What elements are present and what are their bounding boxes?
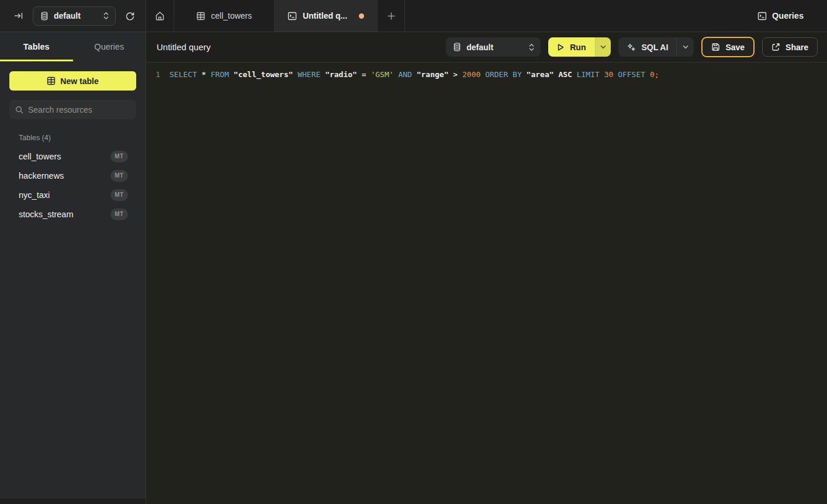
search-icon [15,106,23,114]
updown-chevron-icon [528,43,535,51]
sql-ai-button-label: SQL AI [641,43,668,52]
sidebar: default Tables Queries [0,0,146,504]
query-console-icon [757,12,767,20]
new-table-button[interactable]: New table [9,71,136,91]
code-line-content: SELECT * FROM "cell_towers" WHERE "radio… [160,69,659,81]
share-icon [771,43,780,51]
sidebar-tab-queries-label: Queries [94,42,124,51]
collapse-sidebar-icon [14,11,23,20]
save-button-label: Save [725,43,745,52]
chevron-down-icon [683,45,688,49]
table-icon [196,12,205,20]
new-table-label: New table [60,77,98,86]
line-number: 1 [146,69,160,81]
table-list-item-cell-towers[interactable]: cell_towers MT [9,147,136,166]
run-button-group: Run [548,37,611,57]
sql-ai-options-button[interactable] [676,37,694,57]
query-console-icon [288,12,297,20]
table-type-badge: MT [110,189,128,201]
sidebar-bottom-bar [0,498,146,504]
updown-chevron-icon [103,12,109,20]
home-icon [155,11,165,21]
unsaved-changes-dot [359,13,364,19]
sidebar-tabs: Tables Queries [0,32,146,61]
sparkles-icon [627,43,636,52]
sidebar-tab-tables[interactable]: Tables [0,32,73,61]
toolbar-database-value: default [466,43,523,52]
table-type-badge: MT [110,208,128,220]
share-button-label: Share [786,43,808,52]
table-name: cell_towers [19,152,61,161]
table-list-item-stocks-stream[interactable]: stocks_stream MT [9,204,136,224]
code-line: 1 SELECT * FROM "cell_towers" WHERE "rad… [146,69,827,81]
sql-editor[interactable]: 1 SELECT * FROM "cell_towers" WHERE "rad… [146,62,827,504]
new-tab-button[interactable] [378,0,405,32]
table-list-item-nyc-taxi[interactable]: nyc_taxi MT [9,185,136,204]
run-options-button[interactable] [595,37,611,57]
run-button[interactable]: Run [548,37,595,57]
sidebar-body: New table Tables (4) cell_towers MT hack… [0,61,146,498]
sidebar-database-selector[interactable]: default [33,6,116,26]
sidebar-header: default [0,0,146,32]
table-type-badge: MT [110,170,128,182]
sidebar-tab-tables-label: Tables [23,42,50,51]
chevron-down-icon [600,45,606,49]
sidebar-database-value: default [54,11,98,20]
table-name: nyc_taxi [19,190,50,200]
collapse-sidebar-button[interactable] [13,10,25,22]
tab-untitled-query-label: Untitled q... [303,11,347,20]
table-name: stocks_stream [19,210,73,219]
toolbar-actions: default Run [446,37,818,57]
database-icon [40,12,49,20]
home-tab[interactable] [146,0,174,32]
sql-ai-button-group: SQL AI [618,37,694,57]
toolbar-database-selector[interactable]: default [446,37,541,57]
table-list-item-hackernews[interactable]: hackernews MT [9,166,136,185]
share-button[interactable]: Share [762,37,818,57]
tab-strip: cell_towers Untitled q... [146,0,827,32]
sql-ai-button[interactable]: SQL AI [618,37,676,57]
tab-untitled-query[interactable]: Untitled q... [275,0,378,32]
plus-icon [387,12,396,20]
queries-button[interactable]: Queries [757,11,804,20]
table-type-badge: MT [110,151,128,162]
tab-cell-towers[interactable]: cell_towers [174,0,275,32]
main-area: cell_towers Untitled q... [146,0,827,504]
refresh-icon [125,11,135,21]
search-input[interactable] [28,105,130,114]
save-icon [711,43,720,51]
queries-button-label: Queries [772,11,804,20]
run-button-label: Run [570,43,586,52]
tab-cell-towers-label: cell_towers [211,11,252,20]
sidebar-tab-queries[interactable]: Queries [73,32,146,61]
refresh-button[interactable] [124,10,136,22]
tab-strip-right: Queries [757,0,827,32]
query-title: Untitled query [157,42,211,52]
search-box [9,100,136,119]
play-icon [556,43,565,51]
save-button[interactable]: Save [701,37,755,57]
query-toolbar: Untitled query default [146,32,827,62]
tables-section-header: Tables (4) [19,134,136,142]
table-name: hackernews [19,171,64,180]
database-icon [453,43,461,51]
table-icon [47,77,56,85]
